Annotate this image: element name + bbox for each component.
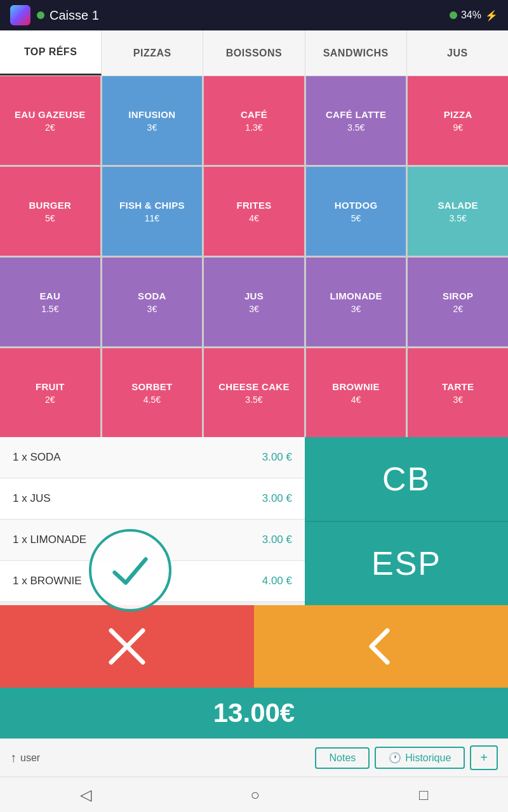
product-price-11: 3€: [147, 304, 157, 314]
product-name-1: INFUSION: [128, 109, 175, 120]
product-price-15: 2€: [45, 395, 55, 405]
product-cell-12[interactable]: JUS 3€: [204, 258, 304, 346]
tab-sandwichs[interactable]: SANDWICHS: [305, 30, 407, 75]
product-name-19: TARTE: [442, 381, 474, 392]
recents-nav-button[interactable]: □: [414, 781, 434, 809]
order-item-price-2: 3.00 €: [262, 534, 292, 546]
order-item-1: 1 x JUS 3.00 €: [0, 478, 305, 520]
cb-label: CB: [382, 460, 431, 498]
product-name-6: FISH & CHIPS: [119, 200, 185, 211]
product-price-0: 2€: [45, 122, 55, 133]
product-cell-3[interactable]: CAFÉ LATTE 3.5€: [306, 76, 406, 165]
product-name-17: CHEESE CAKE: [218, 381, 290, 392]
product-name-11: SODA: [138, 291, 166, 301]
product-cell-4[interactable]: PIZZA 9€: [408, 76, 508, 165]
historique-button[interactable]: 🕐 Historique: [375, 747, 465, 769]
product-price-9: 3.5€: [450, 213, 467, 223]
order-item-name-1: 1 x JUS: [13, 492, 262, 505]
status-dot: [37, 11, 44, 19]
tab-jus[interactable]: JUS: [407, 30, 508, 75]
user-info: ↑ user: [10, 750, 40, 765]
product-name-18: BROWNIE: [332, 381, 380, 392]
product-name-5: BURGER: [29, 200, 71, 211]
product-name-0: EAU GAZEUSE: [15, 109, 86, 120]
product-cell-6[interactable]: FISH & CHIPS 11€: [102, 167, 203, 256]
order-item-name-0: 1 x SODA: [13, 451, 262, 464]
tab-top-refs[interactable]: TOP RÉFS: [0, 30, 102, 75]
back-button[interactable]: [254, 605, 508, 688]
product-cell-8[interactable]: HOTDOG 5€: [306, 167, 406, 256]
product-price-3: 3.5€: [347, 122, 364, 133]
app-logo: [10, 5, 30, 25]
battery-bolt: ⚡: [485, 10, 498, 22]
product-price-14: 2€: [453, 304, 463, 314]
product-price-2: 1.3€: [245, 122, 262, 133]
back-nav-button[interactable]: ◁: [75, 781, 97, 809]
product-cell-11[interactable]: SODA 3€: [102, 258, 203, 346]
product-cell-5[interactable]: BURGER 5€: [0, 167, 100, 256]
product-name-7: FRITES: [236, 200, 271, 211]
product-name-9: SALADE: [438, 200, 478, 211]
order-item-0: 1 x SODA 3.00 €: [0, 437, 305, 478]
order-item-price-3: 4.00 €: [262, 575, 292, 587]
home-nav-button[interactable]: ○: [246, 781, 265, 809]
product-price-6: 11€: [145, 213, 159, 223]
product-cell-0[interactable]: EAU GAZEUSE 2€: [0, 76, 100, 165]
product-name-10: EAU: [40, 291, 61, 301]
status-bar: Caisse 1 34% ⚡: [0, 0, 508, 30]
product-price-4: 9€: [453, 122, 463, 133]
product-price-5: 5€: [45, 213, 55, 223]
battery-indicator: 34% ⚡: [450, 10, 498, 22]
battery-dot: [450, 11, 457, 19]
product-cell-17[interactable]: CHEESE CAKE 3.5€: [204, 348, 304, 437]
nav-bar: ◁ ○ □: [0, 776, 508, 812]
product-price-7: 4€: [249, 213, 259, 223]
product-grid: EAU GAZEUSE 2€ INFUSION 3€ CAFÉ 1.3€ CAF…: [0, 76, 508, 437]
product-price-19: 3€: [453, 395, 463, 405]
product-cell-19[interactable]: TARTE 3€: [408, 348, 508, 437]
main-content: EAU GAZEUSE 2€ INFUSION 3€ CAFÉ 1.3€ CAF…: [0, 76, 508, 738]
notes-button[interactable]: Notes: [315, 747, 370, 769]
product-name-14: SIROP: [443, 291, 473, 301]
product-price-1: 3€: [147, 122, 157, 133]
product-cell-7[interactable]: FRITES 4€: [204, 167, 304, 256]
product-price-18: 4€: [351, 395, 361, 405]
cancel-button[interactable]: [0, 605, 254, 688]
product-name-12: JUS: [244, 291, 264, 301]
product-price-17: 3.5€: [245, 395, 262, 405]
product-cell-15[interactable]: FRUIT 2€: [0, 348, 100, 437]
product-cell-14[interactable]: SIROP 2€: [408, 258, 508, 346]
product-name-15: FRUIT: [36, 381, 65, 392]
checkmark-icon: [108, 548, 152, 593]
product-price-16: 4.5€: [144, 395, 161, 405]
tab-pizzas[interactable]: PIZZAS: [102, 30, 203, 75]
category-tabs: TOP RÉFS PIZZAS BOISSONS SANDWICHS JUS: [0, 30, 508, 76]
chevron-left-icon: [356, 621, 406, 672]
product-name-3: CAFÉ LATTE: [326, 109, 386, 120]
bottom-bar: ↑ user Notes 🕐 Historique +: [0, 738, 508, 776]
plus-button[interactable]: +: [470, 745, 498, 770]
product-price-8: 5€: [351, 213, 361, 223]
product-name-8: HOTDOG: [335, 200, 378, 211]
checkmark-overlay: [89, 529, 171, 612]
total-bar: 13.00€: [0, 688, 508, 738]
order-area: 1 x SODA 3.00 € 1 x JUS 3.00 € 1 x LIMON…: [0, 437, 508, 605]
battery-percent: 34%: [461, 10, 481, 21]
cb-button[interactable]: CB: [305, 437, 508, 522]
order-item-price-1: 3.00 €: [262, 492, 292, 505]
product-cell-10[interactable]: EAU 1.5€: [0, 258, 100, 346]
product-cell-1[interactable]: INFUSION 3€: [102, 76, 203, 165]
esp-button[interactable]: ESP: [305, 522, 508, 606]
tab-boissons[interactable]: BOISSONS: [203, 30, 305, 75]
product-cell-2[interactable]: CAFÉ 1.3€: [204, 76, 304, 165]
product-cell-9[interactable]: SALADE 3.5€: [408, 167, 508, 256]
esp-label: ESP: [371, 544, 441, 582]
action-buttons: [0, 605, 508, 688]
payment-buttons: CB ESP: [305, 437, 508, 605]
user-label: user: [20, 752, 40, 764]
product-cell-18[interactable]: BROWNIE 4€: [306, 348, 406, 437]
product-cell-16[interactable]: SORBET 4.5€: [102, 348, 203, 437]
product-cell-13[interactable]: LIMONADE 3€: [306, 258, 406, 346]
clock-icon: 🕐: [389, 752, 401, 764]
user-icon: ↑: [10, 750, 17, 765]
